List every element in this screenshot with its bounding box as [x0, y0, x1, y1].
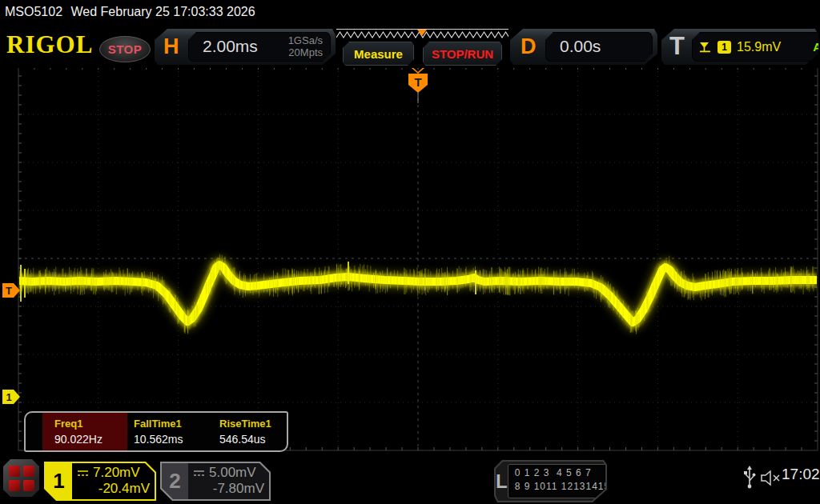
svg-text:1: 1	[6, 391, 11, 403]
svg-text:T: T	[6, 285, 12, 297]
channel-2-block[interactable]: 2 5.00mV -7.80mV	[160, 462, 271, 501]
usb-icon	[743, 466, 756, 490]
logic-row-1: 0 1 2 3 4 5 6 7	[515, 467, 592, 478]
trigger-position-marker[interactable]: T	[408, 68, 428, 103]
logic-label: L	[496, 462, 508, 501]
measure-button[interactable]: Measure	[343, 42, 414, 66]
channel-1-zero-marker[interactable]: 1	[2, 390, 20, 404]
run-state-badge: STOP	[99, 36, 151, 62]
logic-channels-block[interactable]: L 0 1 2 3 4 5 6 7 8 9 1011 12131415	[494, 460, 607, 502]
acquisition-info: 1GSa/s 20Mpts	[288, 34, 323, 58]
sample-rate: 1GSa/s	[288, 34, 323, 46]
trigger-display[interactable]: 1 15.9mV A	[692, 32, 820, 62]
delay-settings-box[interactable]: D 0.00s	[510, 29, 657, 65]
trigger-sweep-mode: A	[813, 40, 820, 54]
channel-1-block[interactable]: 1 7.20mV -20.4mV	[44, 462, 156, 501]
waveform-preview-strip[interactable]	[336, 28, 508, 40]
delay-label: D	[521, 34, 537, 59]
channel-1-scale: 7.20mV	[93, 465, 140, 481]
horizontal-settings-box[interactable]: H 2.00ms 1GSa/s 20Mpts	[155, 29, 336, 65]
measurement-label: Freq1	[54, 418, 82, 430]
measurement-value: 10.562ms	[134, 433, 183, 446]
scope-display-area[interactable]: TT1 Freq1 90.022Hz FallTime1 10.562ms Ri…	[0, 68, 820, 454]
svg-text:T: T	[414, 75, 421, 89]
titlebar: MSO5102 Wed February 25 17:03:33 2026	[0, 0, 820, 26]
speaker-muted-icon[interactable]	[761, 470, 782, 486]
channel-2-scale: 5.00mV	[209, 465, 256, 481]
datetime-text: Wed February 25 17:03:33 2026	[71, 5, 255, 18]
falling-edge-icon	[698, 41, 712, 54]
delay-value: 0.00s	[560, 37, 601, 56]
dc-coupling-icon	[193, 470, 205, 477]
measurement-panel[interactable]: Freq1 90.022Hz FallTime1 10.562ms RiseTi…	[24, 411, 288, 452]
menu-grid-icon[interactable]	[3, 459, 39, 497]
timebase-value: 2.00ms	[203, 37, 258, 56]
rigol-logo: RIGOL	[6, 30, 93, 59]
trigger-level-value: 15.9mV	[737, 40, 781, 54]
channel-2-number: 2	[162, 463, 188, 499]
measurement-label: FallTime1	[134, 418, 182, 430]
waveform-display: TT1	[0, 68, 820, 454]
measurement-value: 546.54us	[219, 433, 266, 446]
logic-row-2: 8 9 1011 12131415	[515, 481, 611, 492]
dc-coupling-icon	[77, 470, 89, 477]
bottom-status-bar: 1 7.20mV -20.4mV 2	[0, 454, 820, 504]
header-bar: RIGOL STOP H 2.00ms 1GSa/s 20Mpts Measur…	[0, 26, 820, 68]
stop-run-button[interactable]: STOP/RUN	[423, 42, 502, 66]
measurement-label: RiseTime1	[219, 418, 271, 430]
measurement-value: 90.022Hz	[54, 433, 102, 446]
logic-channel-numbers: 0 1 2 3 4 5 6 7 8 9 1011 12131415	[508, 464, 612, 498]
oscilloscope-screen: MSO5102 Wed February 25 17:03:33 2026 RI…	[0, 0, 820, 504]
model-name: MSO5102	[5, 5, 62, 18]
timebase-display[interactable]: 2.00ms 1GSa/s 20Mpts	[188, 32, 331, 62]
channel-1-offset: -20.4mV	[77, 481, 150, 497]
trigger-settings-box[interactable]: T 1 15.9mV A	[661, 29, 818, 65]
channel-2-offset: -7.80mV	[193, 481, 264, 497]
trigger-source-badge: 1	[718, 41, 731, 54]
delay-display[interactable]: 0.00s	[545, 32, 653, 62]
horizontal-label: H	[163, 34, 179, 59]
channel-1-number: 1	[46, 463, 72, 499]
graticule-grid	[18, 68, 818, 450]
memory-depth: 20Mpts	[288, 46, 323, 58]
trigger-level-marker[interactable]: T	[2, 283, 20, 298]
clock-text: 17:02	[782, 466, 820, 483]
trigger-label: T	[669, 32, 685, 61]
preview-zigzag-icon	[336, 28, 508, 40]
